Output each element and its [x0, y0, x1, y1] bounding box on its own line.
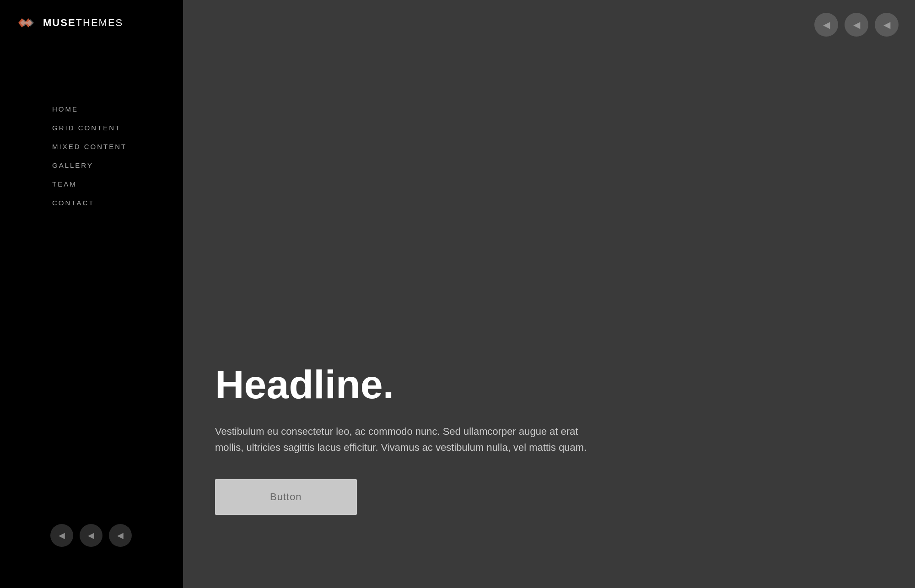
- share-icon-3: ◀: [117, 530, 124, 540]
- sidebar-share-button-3[interactable]: ◀: [109, 524, 132, 547]
- hero-headline: Headline.: [215, 363, 590, 407]
- nav-item-home[interactable]: HOME: [52, 105, 183, 113]
- hero-cta-button[interactable]: Button: [215, 479, 357, 515]
- header-share-button-3[interactable]: ◀: [875, 13, 899, 37]
- header-share-icon-3: ◀: [883, 19, 890, 30]
- header-social-buttons: ◀ ◀ ◀: [814, 13, 899, 37]
- logo-text: museTHEMES: [43, 17, 123, 29]
- main-content: ◀ ◀ ◀ Headline. Vestibulum eu consectetu…: [183, 0, 915, 588]
- header-share-button-2[interactable]: ◀: [845, 13, 868, 37]
- hero-body-text: Vestibulum eu consectetur leo, ac commod…: [215, 423, 590, 455]
- nav-item-grid-content[interactable]: GRID CONTENT: [52, 124, 183, 132]
- sidebar-social-buttons: ◀ ◀ ◀: [50, 524, 132, 547]
- sidebar-share-button-1[interactable]: ◀: [50, 524, 73, 547]
- header-share-icon-2: ◀: [853, 19, 860, 30]
- nav-item-gallery[interactable]: GALLERY: [52, 161, 183, 169]
- nav-item-mixed-content[interactable]: MIXED CONTENT: [52, 143, 183, 150]
- header-share-button-1[interactable]: ◀: [814, 13, 838, 37]
- nav-item-contact[interactable]: CONTACT: [52, 199, 183, 207]
- sidebar: museTHEMES HOME GRID CONTENT MIXED CONTE…: [0, 0, 183, 588]
- nav-item-team[interactable]: TEAM: [52, 180, 183, 188]
- nav-menu: HOME GRID CONTENT MIXED CONTENT GALLERY …: [0, 105, 183, 207]
- hero-section: Headline. Vestibulum eu consectetur leo,…: [215, 363, 590, 515]
- sidebar-share-button-2[interactable]: ◀: [80, 524, 102, 547]
- header-share-icon-1: ◀: [823, 19, 830, 30]
- logo-container: museTHEMES: [0, 0, 183, 46]
- share-icon-2: ◀: [88, 530, 94, 540]
- main-header: ◀ ◀ ◀: [183, 0, 915, 49]
- share-icon-1: ◀: [59, 530, 65, 540]
- logo-icon: [18, 16, 38, 29]
